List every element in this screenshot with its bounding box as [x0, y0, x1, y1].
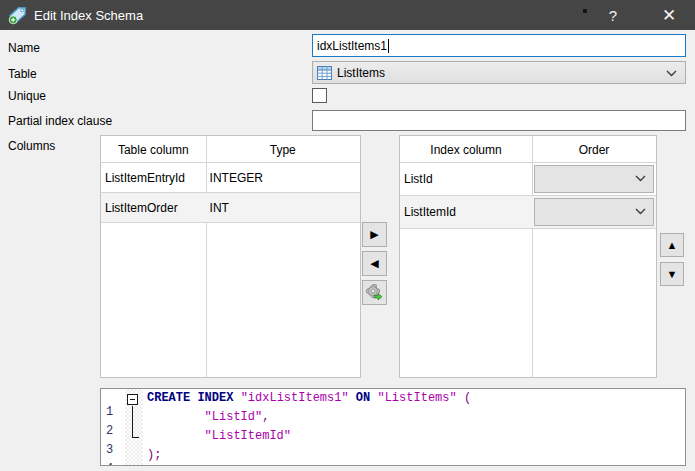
header-index-column: Index column — [400, 136, 532, 163]
cell-column-type: INTEGER — [206, 163, 360, 192]
move-right-button[interactable]: ▶ — [362, 222, 387, 247]
header-type: Type — [206, 136, 360, 163]
titlebar: Edit Index Schema ? ✕ — [0, 0, 695, 30]
index-columns-header-row: Index column Order — [400, 136, 656, 163]
text-caret — [388, 39, 389, 53]
table-row[interactable]: ListItemId — [400, 196, 656, 229]
move-up-icon: ▲ — [667, 240, 678, 251]
add-expression-button[interactable] — [362, 280, 387, 305]
header-order: Order — [532, 136, 656, 163]
fold-collapse-icon[interactable] — [127, 394, 138, 405]
gear-arrow-icon — [366, 284, 383, 301]
name-value: idxListItems1 — [317, 39, 387, 53]
order-combobox[interactable] — [534, 165, 654, 193]
sql-line: 1 CREATE INDEX "idxListItems1" ON "ListI… — [101, 391, 685, 410]
fold-line — [132, 406, 133, 438]
cell-column-name: ListItemEntryId — [101, 163, 206, 192]
move-left-button[interactable]: ◀ — [362, 251, 387, 276]
edit-index-schema-dialog: Edit Index Schema ? ✕ Name idxListItems1… — [0, 0, 695, 471]
sql-line: 2 "ListId", — [101, 410, 685, 429]
cell-index-column: ListItemId — [400, 196, 532, 228]
name-input[interactable]: idxListItems1 — [312, 34, 686, 57]
sql-line: 3 "ListItemId" — [101, 429, 685, 448]
cell-order — [532, 196, 656, 228]
move-left-icon: ◀ — [370, 258, 378, 269]
close-button[interactable]: ✕ — [652, 0, 686, 30]
cell-order — [532, 163, 656, 195]
window-title: Edit Index Schema — [34, 8, 143, 23]
chevron-down-icon — [635, 175, 646, 182]
line-number: 4 — [106, 462, 124, 466]
table-row[interactable]: ListItemOrder INT — [101, 193, 360, 223]
fold-corner — [132, 437, 139, 438]
table-combobox[interactable]: ListItems — [312, 61, 686, 84]
table-row[interactable]: ListItemEntryId INTEGER — [101, 163, 360, 193]
move-down-button[interactable]: ▼ — [660, 262, 684, 286]
titlebar-dot — [583, 9, 587, 13]
table-columns-header-row: Table column Type — [101, 136, 360, 163]
index-columns-grid: Index column Order ListId ListItemId — [399, 135, 657, 378]
table-combobox-value: ListItems — [337, 66, 385, 80]
columns-label: Columns — [8, 139, 55, 153]
table-columns-grid: Table column Type ListItemEntryId INTEGE… — [100, 135, 361, 378]
chevron-down-icon — [635, 208, 646, 215]
table-row[interactable]: ListId — [400, 163, 656, 196]
help-button[interactable]: ? — [596, 0, 630, 30]
sql-preview-editor[interactable]: 1 CREATE INDEX "idxListItems1" ON "ListI… — [100, 388, 686, 466]
index-tag-icon — [8, 6, 27, 25]
move-up-button[interactable]: ▲ — [660, 233, 684, 257]
unique-label: Unique — [8, 89, 46, 103]
partial-index-clause-label: Partial index clause — [8, 114, 112, 128]
cell-index-column: ListId — [400, 163, 532, 195]
table-icon — [317, 66, 332, 80]
name-label: Name — [8, 41, 40, 55]
cell-column-name: ListItemOrder — [101, 193, 206, 222]
sql-line: 4 ); — [101, 448, 685, 466]
order-combobox[interactable] — [534, 198, 654, 226]
chevron-down-icon — [666, 70, 677, 77]
cell-column-type: INT — [206, 193, 360, 222]
partial-index-clause-input[interactable] — [312, 110, 686, 131]
move-right-icon: ▶ — [370, 229, 378, 240]
table-label: Table — [8, 67, 37, 81]
unique-checkbox[interactable] — [312, 88, 327, 103]
move-down-icon: ▼ — [667, 269, 678, 280]
header-table-column: Table column — [101, 136, 206, 163]
